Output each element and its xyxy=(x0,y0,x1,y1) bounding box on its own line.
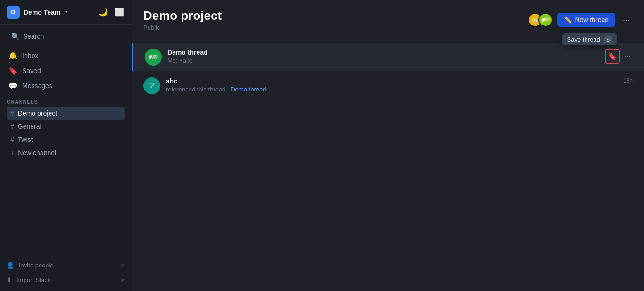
new-channel-label: New channel xyxy=(18,149,56,157)
save-thread-tooltip-text: Save thread xyxy=(567,36,600,43)
saved-icon: 🔖 xyxy=(8,67,17,75)
thread-more-button[interactable]: ··· xyxy=(623,50,633,62)
channel-twist-label: Twist xyxy=(18,136,33,143)
channel-demo-project-label: Demo project xyxy=(18,109,57,117)
sidebar-nav: 🔔 Inbox 🔖 Saved 💬 Messages xyxy=(0,48,132,93)
ref-description: referenced this thread · xyxy=(166,86,231,93)
hash-icon-2: # xyxy=(10,123,14,130)
header-actions: W WP ✏️ New thread ··· Save thread S xyxy=(528,13,633,27)
more-options-button[interactable]: ··· xyxy=(620,13,633,27)
invite-people-button[interactable]: 👤 Invite people ✕ xyxy=(0,258,132,273)
new-channel-button[interactable]: + New channel xyxy=(7,146,125,159)
search-button[interactable]: 🔍 Search xyxy=(7,29,125,43)
sidebar-item-demo-project[interactable]: # Demo project xyxy=(7,107,125,120)
sidebar-item-general[interactable]: # General xyxy=(7,120,125,133)
layout-icon[interactable]: ⬜ xyxy=(114,7,125,17)
save-thread-tooltip: Save thread S xyxy=(562,33,617,45)
main-content: Demo project Public W WP ✏️ New thread ·… xyxy=(132,0,644,291)
ref-link[interactable]: Demo thread xyxy=(231,86,266,93)
new-thread-icon: ✏️ xyxy=(564,16,572,24)
invite-people-label: Invite people xyxy=(19,262,54,269)
sidebar-footer: 👤 Invite people ✕ ⬇ Import Slack ✕ xyxy=(0,254,132,291)
ref-content: abc referenced this thread · Demo thread xyxy=(166,77,618,93)
team-name: Demo Team xyxy=(24,8,60,16)
list-item[interactable]: ? abc referenced this thread · Demo thre… xyxy=(132,72,644,100)
sidebar-header: D Demo Team ▾ 🌙 ⬜ xyxy=(0,0,132,25)
import-slack-label: Import Slack xyxy=(17,276,50,283)
channels-section: Channels # Demo project # General # Twis… xyxy=(0,99,132,161)
search-icon: 🔍 xyxy=(11,33,19,40)
ref-avatar: ? xyxy=(143,77,160,94)
bookmark-icon: 🔖 xyxy=(608,52,617,61)
sidebar-item-saved[interactable]: 🔖 Saved xyxy=(2,63,130,78)
save-thread-button[interactable]: 🔖 xyxy=(605,49,620,64)
ref-time: 18h xyxy=(623,77,633,84)
import-close-icon[interactable]: ✕ xyxy=(120,277,125,283)
thread-avatar: WP xyxy=(145,49,162,66)
messages-icon: 💬 xyxy=(8,82,17,90)
sidebar-item-inbox[interactable]: 🔔 Inbox xyxy=(2,48,130,63)
sidebar-item-twist[interactable]: # Twist xyxy=(7,133,125,146)
project-title: Demo project xyxy=(143,8,222,23)
table-row[interactable]: WP Demo thread Me: +abc 🔖 ··· xyxy=(132,43,644,71)
new-thread-label: New thread xyxy=(575,16,609,24)
sidebar-item-messages[interactable]: 💬 Messages xyxy=(2,78,130,93)
threads-list: WP Demo thread Me: +abc 🔖 ··· ? abc refe… xyxy=(132,37,644,291)
channels-label: Channels xyxy=(7,99,125,105)
sidebar: D Demo Team ▾ 🌙 ⬜ 🔍 Search 🔔 Inbox 🔖 Sav… xyxy=(0,0,132,291)
hash-icon-3: # xyxy=(10,136,14,143)
sidebar-item-inbox-label: Inbox xyxy=(22,52,38,59)
channel-general-label: General xyxy=(18,123,41,130)
thread-content: Demo thread Me: +abc xyxy=(167,49,599,64)
import-slack-button[interactable]: ⬇ Import Slack ✕ xyxy=(0,273,132,287)
inbox-icon: 🔔 xyxy=(8,51,17,60)
invite-close-icon[interactable]: ✕ xyxy=(120,262,125,269)
chevron-down-icon[interactable]: ▾ xyxy=(65,9,67,15)
ref-text: referenced this thread · Demo thread xyxy=(166,86,618,93)
invite-people-icon: 👤 xyxy=(7,262,14,269)
header-icons: 🌙 ⬜ xyxy=(98,7,125,17)
sidebar-search: 🔍 Search xyxy=(0,25,132,48)
plus-icon: + xyxy=(10,149,14,157)
save-thread-shortcut: S xyxy=(604,36,612,43)
main-header: Demo project Public W WP ✏️ New thread ·… xyxy=(132,0,644,37)
thread-actions: 🔖 ··· xyxy=(605,49,633,64)
sidebar-item-saved-label: Saved xyxy=(22,67,41,75)
thread-preview: Me: +abc xyxy=(167,57,599,64)
dark-mode-icon[interactable]: 🌙 xyxy=(98,7,109,17)
members-avatars: W WP xyxy=(528,13,553,27)
search-label: Search xyxy=(23,33,44,40)
hash-icon: # xyxy=(10,109,14,117)
ref-name: abc xyxy=(166,77,618,85)
project-subtitle: Public xyxy=(143,24,222,31)
team-avatar: D xyxy=(7,6,20,19)
avatar-wp: WP xyxy=(538,13,553,27)
thread-title: Demo thread xyxy=(167,49,599,56)
sidebar-item-messages-label: Messages xyxy=(22,82,52,90)
project-info: Demo project Public xyxy=(143,8,222,31)
import-slack-icon: ⬇ xyxy=(7,276,12,283)
new-thread-button[interactable]: ✏️ New thread xyxy=(557,13,615,27)
